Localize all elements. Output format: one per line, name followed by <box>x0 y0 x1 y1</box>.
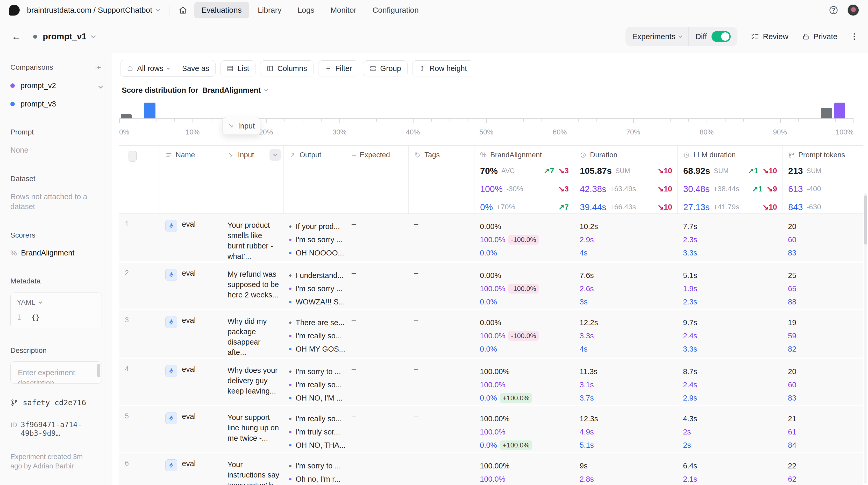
divider <box>169 5 169 16</box>
llm-duration-cell: 5.1s1.9s2.3s <box>677 263 782 309</box>
comparison-item-prompt-v2[interactable]: prompt_v2 <box>10 81 102 90</box>
dataset-title: Dataset <box>10 175 102 183</box>
tab-library[interactable]: Library <box>251 2 289 19</box>
regressions-count: ↘10 <box>762 166 777 175</box>
filter-button[interactable]: Filter <box>318 60 358 77</box>
table-header: Name Input Output =Expected Tags %BrandA… <box>119 145 863 214</box>
scrollbar-thumb[interactable] <box>864 195 867 245</box>
llm-duration-cell: 9.7s2.4s3.3s <box>677 310 782 358</box>
column-header-tags[interactable]: Tags <box>408 146 474 213</box>
tags-cell: – <box>408 263 474 309</box>
group-button[interactable]: Group <box>363 60 408 77</box>
metadata-editor: YAML 1 {} <box>10 293 102 328</box>
table-row[interactable]: 2 eval My refund was supposed to be here… <box>119 263 863 310</box>
experiment-id[interactable]: ID 3f969471-a714-49b3-9d9… <box>10 421 102 437</box>
metadata-code-line[interactable]: 1 {} <box>17 313 95 321</box>
regressions-count: ↘10 <box>762 203 777 211</box>
column-header-input[interactable]: Input <box>222 146 283 213</box>
select-all-checkbox[interactable] <box>128 151 137 162</box>
expected-cell: – <box>346 310 408 358</box>
regressions-count: ↘10 <box>657 184 672 193</box>
summary-brand-base: 70%AVG ↗7↘3 <box>480 164 574 177</box>
git-ref[interactable]: safety cd2e716 <box>10 398 102 407</box>
tab-evaluations[interactable]: Evaluations <box>194 2 249 19</box>
table-row[interactable]: 5 eval Your support line hung up on me t… <box>119 406 863 453</box>
project-breadcrumb[interactable]: braintrustdata.com / SupportChatbot <box>27 6 160 14</box>
private-button[interactable]: Private <box>802 32 837 41</box>
table-row[interactable]: 4 eval Why does your delivery guy keep l… <box>119 359 863 406</box>
braintrust-logo[interactable] <box>9 5 20 16</box>
help-button[interactable] <box>829 5 838 15</box>
comparison-item-prompt-v3[interactable]: prompt_v3 <box>10 100 102 108</box>
back-button[interactable]: ← <box>11 31 21 42</box>
review-button[interactable]: Review <box>751 32 788 41</box>
chevron-down-icon[interactable] <box>91 33 96 38</box>
tab-monitor[interactable]: Monitor <box>323 2 364 19</box>
column-header-llm-duration[interactable]: LLM duration 68.92sSUM ↗1↘10 30.48s+38.4… <box>677 146 782 213</box>
input-cell: Your instructions say ‘easy setup’ b... <box>227 459 283 485</box>
summary-duration-v3: 39.44s+66.43s ↘10 <box>580 201 677 213</box>
all-rows-dropdown[interactable]: All rows <box>121 60 176 77</box>
distribution-title: Score distribution for <box>122 86 198 95</box>
histogram-bars <box>119 98 854 118</box>
base-dot <box>289 225 291 228</box>
tab-configuration[interactable]: Configuration <box>365 2 426 19</box>
column-header-expected[interactable]: =Expected <box>346 146 408 213</box>
description-textarea[interactable]: Enter experiment description... <box>10 361 102 384</box>
experiment-title: prompt_v1 <box>43 32 87 41</box>
list-label: List <box>237 64 249 73</box>
input-column-menu-button[interactable] <box>270 149 281 161</box>
percent-icon: % <box>480 151 487 159</box>
scorer-item-brandalignment[interactable]: % BrandAlignment <box>10 249 102 257</box>
columns-icon <box>267 65 274 72</box>
row-number: 2 <box>119 263 160 309</box>
row-height-button[interactable]: Row height <box>412 60 473 77</box>
scrollbar-thumb[interactable] <box>97 364 100 377</box>
lock-icon <box>802 33 810 40</box>
list-view-button[interactable]: List <box>220 60 255 77</box>
column-header-duration[interactable]: Duration 105.87sSUM ↘10 42.38s+63.49s ↘1… <box>574 146 677 213</box>
eval-icon <box>165 316 177 328</box>
regressions-count: ↘3 <box>558 166 569 175</box>
expected-cell: – <box>346 406 408 452</box>
input-column-drag-chip[interactable]: Input <box>222 117 260 135</box>
column-header-name[interactable]: Name <box>160 146 222 213</box>
input-cell: Why did my package disappear afte... <box>227 316 283 358</box>
overflow-menu-button[interactable] <box>850 32 859 41</box>
columns-button[interactable]: Columns <box>260 60 313 77</box>
table-row[interactable]: 1 eval Your product smells like burnt ru… <box>119 214 863 263</box>
experiments-dropdown[interactable]: Experiments <box>632 32 682 41</box>
prompt-tokens-cell: 256588 <box>782 263 863 309</box>
brand-score-cell: 100.00% 100.0% 0.0%+100.0% <box>474 453 574 485</box>
duration-cell: 9s2.8s2.7s <box>574 453 677 485</box>
metadata-format-select[interactable]: YAML <box>17 299 95 306</box>
score-delta-badge: -100.0% <box>508 284 539 294</box>
column-header-prompt-tokens[interactable]: Prompt tokens 213SUM 613-400 843-630 <box>782 146 863 213</box>
row-name: eval <box>182 316 196 325</box>
home-button[interactable] <box>179 6 187 14</box>
arrow-up-right-icon <box>289 152 296 158</box>
column-header-output[interactable]: Output <box>283 146 346 213</box>
format-label: YAML <box>17 299 35 306</box>
diff-toggle[interactable] <box>712 31 731 42</box>
user-avatar[interactable] <box>847 4 859 16</box>
table-row[interactable]: 6 eval Your instructions say ‘easy setup… <box>119 453 863 485</box>
summary-llm-base: 68.92sSUM ↗1↘10 <box>683 164 782 177</box>
score-distribution-header[interactable]: Score distribution for BrandAlignment <box>122 86 868 95</box>
collapse-sidebar-button[interactable] <box>94 63 102 71</box>
clock-icon <box>683 152 690 158</box>
row-name: eval <box>182 412 196 421</box>
table-row[interactable]: 3 eval Why did my package disappear afte… <box>119 310 863 359</box>
row-height-icon <box>419 65 426 72</box>
tab-logs[interactable]: Logs <box>290 2 321 19</box>
row-name: eval <box>182 459 196 468</box>
save-as-button[interactable]: Save as <box>176 60 216 77</box>
brand-score-cell: 100.00% 100.0% 0.0%+100.0% <box>474 359 574 405</box>
all-rows-label: All rows <box>137 64 163 73</box>
axis-tick-label: 50% <box>479 128 493 136</box>
table-scrollbar[interactable] <box>864 193 867 483</box>
prompt-value: None <box>10 145 102 155</box>
column-header-brandalignment[interactable]: %BrandAlignment 70%AVG ↗7↘3 100%-30% ↘3 … <box>474 146 574 213</box>
histogram-bar-prompt_v1 <box>121 114 132 118</box>
group-icon <box>370 65 376 72</box>
